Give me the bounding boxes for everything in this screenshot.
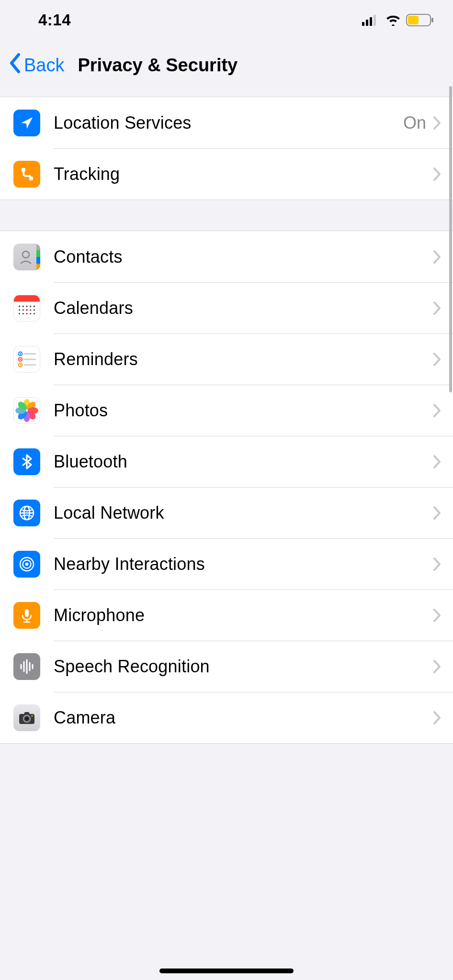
nearby-interactions-icon <box>13 551 40 578</box>
svg-rect-1 <box>366 20 368 26</box>
svg-rect-8 <box>29 177 33 180</box>
svg-point-14 <box>30 305 31 307</box>
row-reminders[interactable]: Reminders <box>0 334 453 385</box>
svg-point-59 <box>25 717 28 720</box>
svg-point-48 <box>25 562 28 565</box>
row-label: Calendars <box>54 298 433 318</box>
chevron-right-icon <box>433 659 442 674</box>
row-contacts[interactable]: Contacts <box>0 231 453 282</box>
microphone-icon <box>13 602 40 629</box>
status-bar: 4:14 <box>0 0 453 40</box>
chevron-right-icon <box>433 403 442 418</box>
nav-bar: Back Privacy & Security <box>0 40 453 90</box>
svg-point-22 <box>26 313 27 314</box>
svg-rect-49 <box>25 609 29 617</box>
row-bluetooth[interactable]: Bluetooth <box>0 436 453 487</box>
contacts-icon <box>13 244 40 270</box>
svg-rect-28 <box>24 353 36 354</box>
svg-point-20 <box>19 313 20 314</box>
row-label: Microphone <box>54 605 433 625</box>
calendar-icon <box>13 295 40 322</box>
row-label: Tracking <box>54 164 433 184</box>
chevron-right-icon <box>433 506 442 520</box>
row-label: Reminders <box>54 349 433 369</box>
chevron-left-icon <box>9 53 22 78</box>
photos-icon <box>13 397 40 424</box>
svg-point-11 <box>19 305 20 307</box>
settings-group: Location Services On Tracking <box>0 97 453 200</box>
page-title: Privacy & Security <box>78 55 238 76</box>
svg-point-15 <box>34 305 35 307</box>
row-photos[interactable]: Photos <box>0 385 453 436</box>
row-label: Speech Recognition <box>54 657 433 677</box>
svg-rect-34 <box>24 364 36 366</box>
svg-rect-6 <box>431 18 433 22</box>
home-indicator[interactable] <box>159 969 294 973</box>
settings-group: Contacts Calendars <box>0 231 453 744</box>
svg-rect-0 <box>362 22 364 26</box>
waveform-icon <box>13 653 40 680</box>
chevron-right-icon <box>433 301 442 315</box>
chevron-right-icon <box>433 557 442 571</box>
chevron-right-icon <box>433 711 442 725</box>
camera-icon <box>13 704 40 731</box>
bluetooth-icon <box>13 448 40 475</box>
svg-point-12 <box>23 305 24 307</box>
svg-rect-7 <box>22 168 25 172</box>
scroll-indicator <box>449 86 452 392</box>
svg-point-23 <box>30 313 31 314</box>
row-nearby-interactions[interactable]: Nearby Interactions <box>0 538 453 590</box>
chevron-right-icon <box>433 455 442 469</box>
chevron-right-icon <box>433 352 442 367</box>
battery-icon <box>406 14 434 26</box>
svg-rect-10 <box>14 295 40 302</box>
row-microphone[interactable]: Microphone <box>0 590 453 641</box>
chevron-right-icon <box>433 608 442 623</box>
svg-point-16 <box>19 309 20 311</box>
row-label: Photos <box>54 401 433 421</box>
chevron-right-icon <box>433 116 442 130</box>
row-local-network[interactable]: Local Network <box>0 487 453 538</box>
row-location-services[interactable]: Location Services On <box>0 97 453 148</box>
row-speech-recognition[interactable]: Speech Recognition <box>0 641 453 692</box>
svg-rect-3 <box>374 15 376 26</box>
svg-point-17 <box>23 309 24 311</box>
svg-point-21 <box>23 313 24 314</box>
globe-icon <box>13 500 40 526</box>
svg-rect-5 <box>408 16 419 24</box>
row-label: Local Network <box>54 503 433 523</box>
row-camera[interactable]: Camera <box>0 692 453 743</box>
svg-point-30 <box>20 358 21 360</box>
row-label: Bluetooth <box>54 452 433 472</box>
cellular-icon <box>362 14 380 26</box>
row-tracking[interactable]: Tracking <box>0 148 453 200</box>
svg-point-33 <box>20 364 21 366</box>
row-label: Contacts <box>54 247 433 267</box>
location-arrow-icon <box>13 110 40 136</box>
svg-point-25 <box>26 309 28 311</box>
svg-rect-2 <box>370 17 372 26</box>
row-label: Location Services <box>54 113 403 133</box>
status-indicators <box>362 14 434 26</box>
svg-point-60 <box>32 715 33 716</box>
svg-point-9 <box>23 251 29 258</box>
chevron-right-icon <box>433 167 442 181</box>
chevron-right-icon <box>433 250 442 264</box>
svg-point-18 <box>30 309 31 311</box>
status-time: 4:14 <box>38 11 71 29</box>
back-button[interactable]: Back <box>9 53 64 78</box>
svg-rect-31 <box>24 358 36 360</box>
svg-point-24 <box>34 313 35 314</box>
row-calendars[interactable]: Calendars <box>0 282 453 334</box>
row-label: Nearby Interactions <box>54 554 433 574</box>
back-label: Back <box>24 55 64 76</box>
tracking-icon <box>13 161 40 188</box>
svg-point-19 <box>34 309 35 311</box>
svg-point-27 <box>20 353 21 354</box>
reminders-icon <box>13 346 40 373</box>
wifi-icon <box>385 14 401 26</box>
row-value: On <box>403 113 426 133</box>
row-label: Camera <box>54 708 433 728</box>
svg-point-13 <box>26 305 27 307</box>
